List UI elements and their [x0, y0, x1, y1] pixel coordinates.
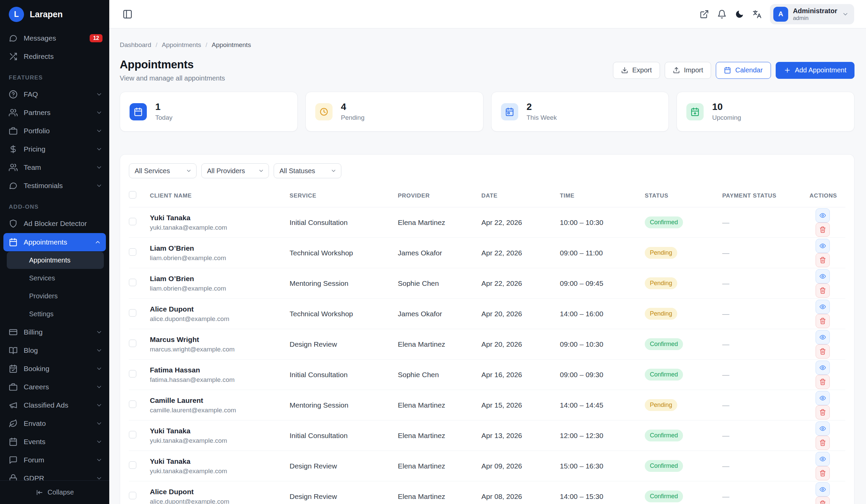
status-badge: Confirmed — [645, 369, 683, 381]
sidebar-item-messages[interactable]: Messages12 — [0, 29, 109, 47]
delete-button[interactable] — [815, 344, 830, 359]
sidebar-subitem-settings[interactable]: Settings — [0, 305, 109, 323]
delete-button[interactable] — [815, 283, 830, 298]
view-button[interactable] — [815, 239, 830, 253]
trash-icon — [819, 257, 826, 264]
import-button[interactable]: Import — [665, 62, 711, 79]
sidebar-subitem-providers[interactable]: Providers — [0, 287, 109, 305]
breadcrumb-item[interactable]: Appointments — [212, 41, 251, 49]
view-button[interactable] — [815, 330, 830, 344]
client-email: alice.dupont@example.com — [150, 498, 290, 504]
sidebar-subitem-appointments[interactable]: Appointments — [7, 252, 104, 269]
user-menu[interactable]: A Administrator admin — [770, 4, 854, 24]
sidebar-item-billing[interactable]: Billing — [0, 323, 109, 341]
sidebar-item-booking[interactable]: Booking — [0, 360, 109, 378]
row-checkbox[interactable] — [129, 340, 136, 347]
add-appointment-button[interactable]: Add Appointment — [776, 62, 855, 79]
filter-all-statuses-select[interactable]: All Statuses — [274, 164, 341, 178]
sidebar-item-careers[interactable]: Careers — [0, 378, 109, 396]
row-checkbox[interactable] — [129, 461, 136, 469]
sidebar-item-portfolio[interactable]: Portfolio — [0, 122, 109, 140]
time-cell: 14:00 – 15:30 — [560, 481, 645, 504]
status-cell: Confirmed — [645, 360, 722, 390]
page-subtitle: View and manage all appointments — [120, 75, 225, 82]
sidebar-subitem-services[interactable]: Services — [0, 269, 109, 287]
view-button[interactable] — [815, 482, 830, 496]
breadcrumb: Dashboard/Appointments/Appointments — [120, 41, 855, 49]
sidebar-item-forum[interactable]: Forum — [0, 451, 109, 469]
delete-button[interactable] — [815, 223, 830, 237]
delete-button[interactable] — [815, 405, 830, 419]
table-row: Alice Dupontalice.dupont@example.comTech… — [129, 299, 845, 329]
stat-value: 2 — [527, 102, 557, 112]
sidebar-collapse-button[interactable]: Collapse — [0, 480, 109, 504]
select-all-checkbox[interactable] — [129, 191, 136, 199]
breadcrumb-item[interactable]: Appointments — [162, 41, 201, 49]
view-button[interactable] — [815, 269, 830, 283]
sidebar-item-pricing[interactable]: Pricing — [0, 140, 109, 158]
sidebar-item-blog[interactable]: Blog — [0, 341, 109, 360]
sidebar-item-redirects[interactable]: Redirects — [0, 47, 109, 66]
delete-button[interactable] — [815, 253, 830, 267]
sidebar-nav: Messages12RedirectsFEATURESFAQPartnersPo… — [0, 29, 109, 480]
view-button[interactable] — [815, 300, 830, 314]
chevron-down-icon — [96, 347, 102, 354]
chevron-down-icon — [96, 146, 102, 153]
filter-all-providers-select[interactable]: All Providers — [201, 164, 269, 178]
sidebar-item-testimonials[interactable]: Testimonials — [0, 177, 109, 195]
delete-button[interactable] — [815, 375, 830, 389]
view-button[interactable] — [815, 361, 830, 375]
view-button[interactable] — [815, 208, 830, 223]
sidebar-item-label: Forum — [24, 456, 90, 464]
delete-button[interactable] — [815, 436, 830, 450]
status-badge: Confirmed — [645, 460, 683, 472]
sidebar-item-team[interactable]: Team — [0, 158, 109, 177]
status-badge: Pending — [645, 247, 677, 259]
view-button[interactable] — [815, 391, 830, 405]
delete-button[interactable] — [815, 314, 830, 328]
sidebar-item-envato[interactable]: Envato — [0, 414, 109, 433]
column-header-client-name: CLIENT NAME — [150, 187, 290, 208]
open-site-button[interactable] — [700, 10, 709, 19]
sidebar-item-partners[interactable]: Partners — [0, 103, 109, 122]
view-button[interactable] — [815, 452, 830, 466]
trash-icon — [819, 409, 826, 416]
select-all-column — [129, 187, 150, 208]
row-checkbox[interactable] — [129, 248, 136, 256]
sidebar-toggle-button[interactable] — [122, 9, 133, 19]
language-button[interactable] — [752, 10, 762, 19]
export-button[interactable]: Export — [613, 62, 660, 79]
sidebar-item-gdpr[interactable]: GDPR — [0, 469, 109, 480]
provider-cell: Elena Martinez — [398, 208, 481, 238]
breadcrumb-item[interactable]: Dashboard — [120, 41, 151, 49]
chevron-down-icon — [186, 168, 192, 174]
row-checkbox[interactable] — [129, 218, 136, 225]
notifications-button[interactable] — [717, 10, 726, 19]
sidebar-item-faq[interactable]: FAQ — [0, 85, 109, 103]
service-cell: Initial Consultation — [290, 421, 398, 451]
filter-all-services-select[interactable]: All Services — [129, 164, 197, 178]
sidebar-item-label: Envato — [24, 419, 90, 427]
import-icon — [673, 67, 680, 74]
row-checkbox[interactable] — [129, 401, 136, 408]
sidebar-item-ad-blocker-detector[interactable]: Ad Blocker Detector — [0, 214, 109, 233]
main-area: A Administrator admin Dashboard/Appointm… — [109, 0, 866, 504]
sidebar-item-classified-ads[interactable]: Classified Ads — [0, 396, 109, 414]
row-checkbox[interactable] — [129, 370, 136, 378]
delete-button[interactable] — [815, 496, 830, 504]
row-checkbox[interactable] — [129, 309, 136, 317]
row-checkbox[interactable] — [129, 279, 136, 286]
delete-button[interactable] — [815, 466, 830, 480]
sidebar-item-label: Booking — [24, 365, 90, 373]
row-checkbox[interactable] — [129, 492, 136, 499]
view-button[interactable] — [815, 422, 830, 436]
dark-mode-toggle[interactable] — [735, 10, 744, 19]
sidebar-item-appointments[interactable]: Appointments — [3, 233, 106, 251]
row-checkbox[interactable] — [129, 431, 136, 438]
table-row: Liam O’Brienliam.obrien@example.comMento… — [129, 268, 845, 299]
provider-cell: Elena Martinez — [398, 451, 481, 481]
calendar-button[interactable]: Calendar — [716, 62, 770, 79]
sidebar-item-events[interactable]: Events — [0, 433, 109, 451]
stat-value: 10 — [712, 102, 741, 112]
brand[interactable]: L Larapen — [0, 0, 109, 29]
